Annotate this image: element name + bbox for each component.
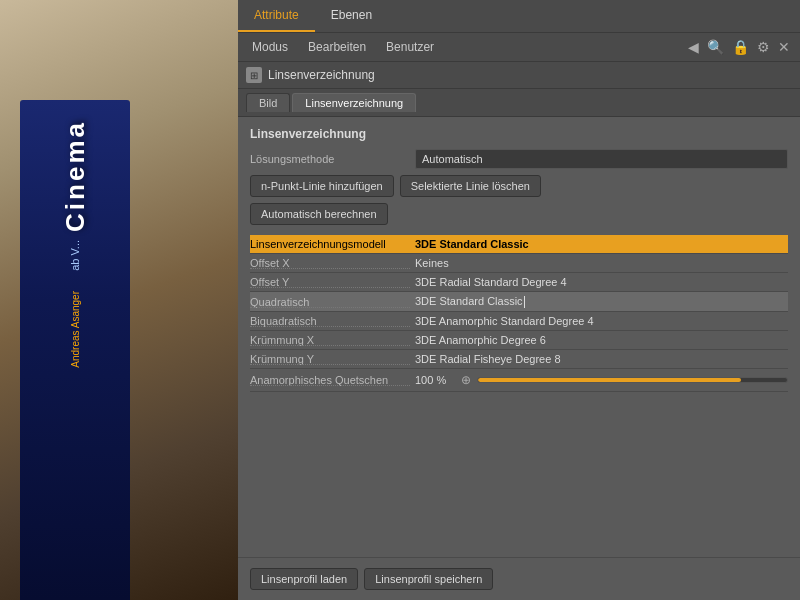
left-panel: Cinema ab V... Andreas Asanger (0, 0, 238, 600)
tab-linsenverzeichnung[interactable]: Linsenverzeichnung (292, 93, 416, 112)
anamorphic-slider-container: 100 % ⊕ (415, 373, 788, 387)
sub-tabs: Bild Linsenverzeichnung (238, 89, 800, 117)
anamorphic-slider[interactable] (477, 377, 788, 383)
search-icon[interactable]: 🔍 (705, 37, 726, 57)
bottom-buttons: Linsenprofil laden Linsenprofil speicher… (238, 557, 800, 600)
prop-row-biquadratisch[interactable]: Biquadratisch 3DE Anamorphic Standard De… (250, 312, 788, 331)
toolbar-icons: ◀ 🔍 🔒 ⚙ ✕ (686, 37, 792, 57)
section-title: Linsenverzeichnung (268, 68, 375, 82)
properties-table: Linsenverzeichnungsmodell 3DE Standard C… (250, 235, 788, 392)
prop-value-offsety: 3DE Radial Standard Degree 4 (415, 276, 788, 288)
auto-calculate-button[interactable]: Automatisch berechnen (250, 203, 388, 225)
gear-icon[interactable]: ⚙ (755, 37, 772, 57)
background-image: Cinema ab V... Andreas Asanger (0, 0, 238, 600)
prop-value-model: 3DE Standard Classic (415, 238, 788, 250)
save-profile-button[interactable]: Linsenprofil speichern (364, 568, 493, 590)
toolbar: Modus Bearbeiten Benutzer ◀ 🔍 🔒 ⚙ ✕ (238, 33, 800, 62)
tab-attribute[interactable]: Attribute (238, 0, 315, 32)
section-icon: ⊞ (246, 67, 262, 83)
losungsmethode-label: Lösungsmethode (250, 153, 415, 165)
content-area: Linsenverzeichnung Lösungsmethode Automa… (238, 117, 800, 557)
group-title: Linsenverzeichnung (250, 127, 788, 141)
load-profile-button[interactable]: Linsenprofil laden (250, 568, 358, 590)
toolbar-bearbeiten[interactable]: Bearbeiten (302, 38, 372, 56)
delete-line-button[interactable]: Selektierte Linie löschen (400, 175, 541, 197)
prop-name-offsetx: Offset X (250, 257, 415, 269)
section-header: ⊞ Linsenverzeichnung (238, 62, 800, 89)
prop-row-quadratisch[interactable]: Quadratisch 3DE Standard Classic (250, 292, 788, 312)
anamorphic-stepper[interactable]: ⊕ (461, 373, 471, 387)
prop-value-offsetx: Keines (415, 257, 788, 269)
prop-name-biquadratisch: Biquadratisch (250, 315, 415, 327)
prop-row-kruemmungx[interactable]: Krümmung X 3DE Anamorphic Degree 6 (250, 331, 788, 350)
prop-value-biquadratisch: 3DE Anamorphic Standard Degree 4 (415, 315, 788, 327)
prop-name-kruemmungx: Krümmung X (250, 334, 415, 346)
tab-bild[interactable]: Bild (246, 93, 290, 112)
prop-row-offsetx[interactable]: Offset X Keines (250, 254, 788, 273)
prop-row-anamorphic: Anamorphisches Quetschen 100 % ⊕ (250, 369, 788, 392)
lock-icon[interactable]: 🔒 (730, 37, 751, 57)
prop-value-kruemungy: 3DE Radial Fisheye Degree 8 (415, 353, 788, 365)
top-tabs: Attribute Ebenen (238, 0, 800, 33)
anamorphic-percent: 100 % (415, 374, 455, 386)
prop-name-offsety: Offset Y (250, 276, 415, 288)
prop-name-model: Linsenverzeichnungsmodell (250, 238, 415, 250)
add-line-button[interactable]: n-Punkt-Linie hinzufügen (250, 175, 394, 197)
prop-name-kruemungy: Krümmung Y (250, 353, 415, 365)
prop-row-model[interactable]: Linsenverzeichnungsmodell 3DE Standard C… (250, 235, 788, 254)
back-icon[interactable]: ◀ (686, 37, 701, 57)
prop-value-kruemmungx: 3DE Anamorphic Degree 6 (415, 334, 788, 346)
prop-name-quadratisch: Quadratisch (250, 296, 415, 308)
losungsmethode-select[interactable]: Automatisch Manuell (415, 149, 788, 169)
prop-row-offsety[interactable]: Offset Y 3DE Radial Standard Degree 4 (250, 273, 788, 292)
tab-ebenen[interactable]: Ebenen (315, 0, 388, 32)
close-icon[interactable]: ✕ (776, 37, 792, 57)
losungsmethode-row: Lösungsmethode Automatisch Manuell (250, 149, 788, 169)
buttons-row-2: Automatisch berechnen (250, 203, 788, 225)
right-panel: Attribute Ebenen Modus Bearbeiten Benutz… (238, 0, 800, 600)
anamorphic-slider-fill (478, 378, 741, 382)
prop-row-kruemungy[interactable]: Krümmung Y 3DE Radial Fisheye Degree 8 (250, 350, 788, 369)
prop-value-quadratisch: 3DE Standard Classic (415, 295, 788, 308)
buttons-row-1: n-Punkt-Linie hinzufügen Selektierte Lin… (250, 175, 788, 197)
prop-name-anamorphic: Anamorphisches Quetschen (250, 374, 415, 386)
toolbar-modus[interactable]: Modus (246, 38, 294, 56)
toolbar-benutzer[interactable]: Benutzer (380, 38, 440, 56)
